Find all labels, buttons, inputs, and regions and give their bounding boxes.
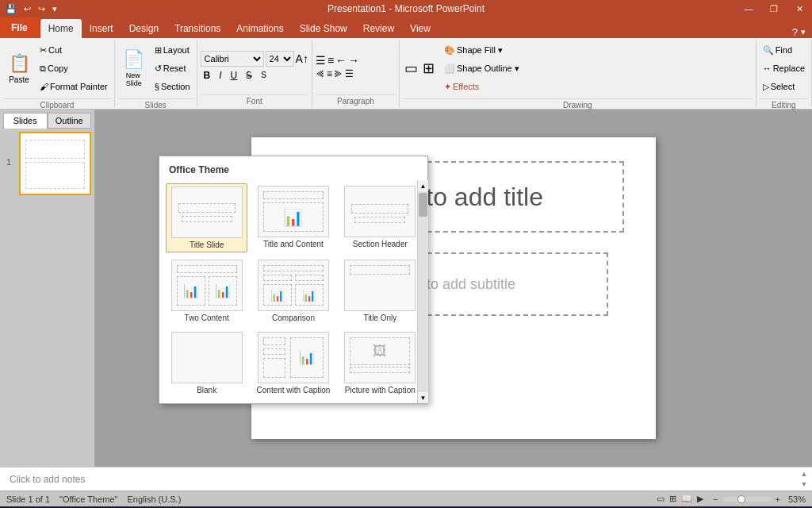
shape-fill-btn[interactable]: 🎨 Shape Fill ▾ — [441, 41, 523, 59]
tab-animations[interactable]: Animations — [228, 19, 291, 38]
qa-dropdown-btn[interactable]: ▾ — [50, 4, 59, 14]
layout-label-two-content: Two Content — [185, 314, 229, 322]
layout-picture-caption[interactable]: 🖼 Picture with Caption — [339, 329, 421, 397]
shadow-btn[interactable]: S — [258, 69, 270, 81]
bullets-btn[interactable]: ☰ — [316, 54, 326, 67]
reset-button[interactable]: ↺ Reset — [151, 60, 193, 77]
language-info: English (U.S.) — [127, 495, 181, 504]
scroll-up-btn[interactable]: ▲ — [418, 180, 428, 191]
format-painter-button[interactable]: 🖌 Format Painter — [36, 78, 111, 95]
replace-icon: ↔ — [763, 64, 772, 73]
notes-scroll-up[interactable]: ▲ — [799, 469, 809, 479]
align-center-btn[interactable]: ≡ — [327, 68, 332, 79]
strikethrough-btn[interactable]: S̶ — [243, 68, 255, 83]
shape-outline-btn[interactable]: ⬜ Shape Outline ▾ — [441, 60, 523, 77]
font-size-select[interactable]: 24 — [266, 51, 294, 67]
outline-tab[interactable]: Outline — [48, 113, 92, 129]
layout-title-slide[interactable]: Title Slide — [166, 183, 247, 252]
status-right: ▭ ⊞ 📖 ▶ − + 53% — [657, 494, 806, 504]
arrange-btn[interactable]: ⊞ — [423, 60, 435, 77]
slide-panel: Slides Outline 1 — [0, 110, 95, 467]
main-area: Slides Outline 1 Click to add title Clic… — [0, 110, 812, 467]
tab-transitions[interactable]: Transitions — [167, 19, 228, 38]
tab-design[interactable]: Design — [121, 19, 167, 38]
layout-thumb-title-content: 📊 — [258, 186, 329, 237]
layout-section-header[interactable]: Section Header — [339, 183, 421, 252]
restore-btn[interactable]: ❐ — [761, 0, 787, 17]
editing-btns: 🔍 Find ↔ Replace ▷ Select — [760, 41, 808, 95]
numbering-btn[interactable]: ≡ — [327, 54, 334, 67]
layout-label-content-caption: Content with Caption — [257, 386, 331, 394]
minimize-btn[interactable]: — — [736, 0, 761, 17]
view-slideshow-btn[interactable]: ▶ — [697, 494, 703, 504]
slide-thumbnail-1[interactable]: 1 — [19, 132, 91, 195]
tab-insert[interactable]: Insert — [82, 19, 121, 38]
replace-button[interactable]: ↔ Replace — [760, 60, 808, 77]
decrease-indent-btn[interactable]: ← — [335, 54, 347, 67]
font-label: Font — [201, 94, 308, 107]
redo-quick-btn[interactable]: ↪ — [36, 4, 48, 14]
select-icon: ▷ — [763, 82, 769, 92]
scroll-down-btn[interactable]: ▼ — [418, 392, 428, 403]
increase-indent-btn[interactable]: → — [348, 54, 359, 67]
bold-btn[interactable]: B — [201, 68, 214, 83]
layout-content-caption[interactable]: 📊 Content with Caption — [252, 329, 334, 397]
layout-thumb-comparison: 📊 📊 — [258, 260, 329, 311]
tab-home[interactable]: Home — [40, 19, 82, 38]
tab-slideshow[interactable]: Slide Show — [292, 19, 355, 38]
layout-thumb-two-content: 📊 📊 — [171, 260, 243, 311]
layout-comparison[interactable]: 📊 📊 Comparison — [252, 257, 334, 325]
tab-review[interactable]: Review — [355, 19, 402, 38]
close-btn[interactable]: ✕ — [787, 0, 812, 17]
slides-small-buttons: ⊞ Layout ↺ Reset § Section — [151, 41, 193, 95]
increase-font-btn[interactable]: A↑ — [296, 52, 308, 65]
paste-button[interactable]: 📋 Paste — [3, 51, 35, 87]
layout-scrollbar[interactable]: ▲ ▼ — [417, 180, 428, 403]
view-slide-sorter-btn[interactable]: ⊞ — [669, 494, 676, 504]
view-reading-btn[interactable]: 📖 — [681, 494, 692, 504]
notes-area[interactable]: Click to add notes ▲ ▼ — [0, 467, 812, 491]
zoom-out-btn[interactable]: − — [713, 495, 718, 504]
help-btn[interactable]: ? — [792, 26, 798, 38]
cut-button[interactable]: ✂ Cut — [36, 41, 111, 59]
notes-scroll-down[interactable]: ▼ — [799, 479, 809, 489]
align-left-btn[interactable]: ⫷ — [316, 68, 325, 79]
find-button[interactable]: 🔍 Find — [760, 41, 808, 59]
save-quick-btn[interactable]: 💾 — [3, 4, 19, 14]
select-button[interactable]: ▷ Select — [760, 78, 808, 95]
window-controls: — ❐ ✕ — [736, 0, 812, 17]
slides-tab[interactable]: Slides — [3, 113, 48, 129]
shapes-gallery[interactable]: ▭ — [404, 60, 418, 77]
layout-label-section-header: Section Header — [353, 240, 408, 248]
layout-button[interactable]: ⊞ Layout — [151, 41, 193, 59]
layout-title-content[interactable]: 📊 Title and Content — [252, 183, 334, 252]
italic-btn[interactable]: I — [216, 68, 224, 83]
slide-number-1: 1 — [6, 157, 11, 167]
tab-file[interactable]: File — [0, 17, 39, 38]
clipboard-group-content: 📋 Paste ✂ Cut ⧉ Copy 🖌 Format Painter — [3, 40, 111, 97]
layout-dropdown: Office Theme Title Slide 📊 Tit — [159, 156, 428, 404]
copy-button[interactable]: ⧉ Copy — [36, 60, 111, 77]
layout-label-blank: Blank — [197, 386, 216, 394]
justify-btn[interactable]: ☰ — [345, 68, 354, 79]
window-title: Presentation1 - Microsoft PowerPoint — [327, 3, 485, 14]
align-right-btn[interactable]: ⫸ — [334, 68, 343, 79]
ribbon-minimize-btn[interactable]: ▾ — [801, 27, 806, 37]
layout-title-only[interactable]: Title Only — [339, 257, 421, 325]
font-family-select[interactable]: Calibri — [201, 51, 264, 67]
view-normal-btn[interactable]: ▭ — [657, 494, 665, 504]
tab-view[interactable]: View — [402, 19, 439, 38]
zoom-in-btn[interactable]: + — [776, 495, 780, 504]
new-slide-button[interactable]: 📄 NewSlide — [118, 47, 150, 90]
shape-fill-icon: 🎨 — [444, 45, 455, 56]
section-button[interactable]: § Section — [151, 78, 193, 95]
scroll-thumb[interactable] — [419, 193, 427, 217]
shape-effects-btn[interactable]: ✦ Effects — [441, 78, 523, 95]
zoom-slider-thumb[interactable] — [737, 495, 745, 503]
undo-quick-btn[interactable]: ↩ — [21, 4, 33, 14]
clipboard-group: 📋 Paste ✂ Cut ⧉ Copy 🖌 Format Painter Cl… — [0, 40, 115, 107]
underline-btn[interactable]: U — [228, 68, 241, 83]
layout-two-content[interactable]: 📊 📊 Two Content — [166, 257, 247, 325]
layout-blank[interactable]: Blank — [166, 329, 247, 397]
effects-icon: ✦ — [444, 82, 451, 92]
